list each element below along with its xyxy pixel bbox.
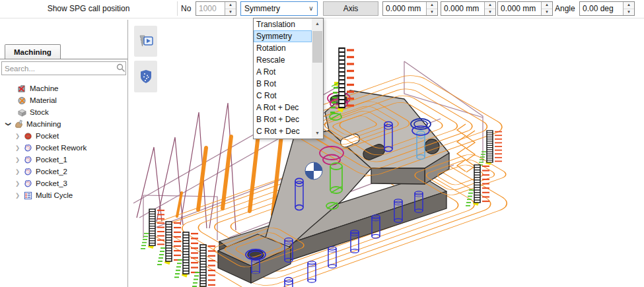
tree-item-label: Pocket Rework (36, 144, 87, 152)
chevron-down-icon: ∨ (305, 2, 317, 15)
spin-down-button[interactable]: ▼ (542, 9, 552, 16)
top-toolbar: Show SPG call position No 1000 ▲▼ Symmet… (0, 0, 644, 18)
toolbar-separator (177, 1, 178, 16)
dropdown-item-rotation[interactable]: Rotation (254, 42, 312, 54)
scrollbar-thumb[interactable] (312, 31, 322, 63)
angle-value[interactable]: 0.00 deg (580, 2, 623, 15)
transform-type-dropdown-list: Translation Symmetry Rotation Rescale A … (253, 18, 324, 139)
tree-item-pocket[interactable]: ❯ Pocket (0, 130, 125, 142)
pocket-outline-icon (23, 143, 33, 153)
axis-button[interactable]: Axis (323, 1, 378, 16)
spin-down-button[interactable]: ▼ (485, 9, 495, 16)
origin-marker (305, 162, 322, 179)
machining-sidebar: Machining Machine Material (0, 20, 128, 287)
search-input[interactable] (1, 61, 126, 75)
dropdown-item-b-rot-dec[interactable]: B Rot + Dec (254, 113, 312, 125)
tree-item-label: Machining (26, 120, 61, 128)
shield-verification-icon (138, 69, 154, 84)
pocket-icon (23, 131, 33, 141)
offset-z-spinner: 0.000 mm ▲▼ (497, 1, 553, 16)
dropdown-item-translation[interactable]: Translation (254, 18, 312, 30)
dropdown-item-c-rot[interactable]: C Rot (254, 90, 312, 102)
tree-item-material[interactable]: Material (0, 94, 125, 106)
viewport-canvas[interactable] (130, 20, 644, 287)
angle-label: Angle (555, 0, 578, 17)
tab-machining[interactable]: Machining (5, 44, 61, 59)
pocket-outline-icon (23, 167, 33, 177)
tree-item-pocket-rework[interactable]: ❯ Pocket Rework (0, 142, 125, 154)
offset-x-value[interactable]: 0.000 mm (383, 2, 426, 15)
no-label: No (181, 0, 194, 17)
expander-collapsed-icon[interactable]: ❯ (15, 168, 20, 175)
tree-item-label: Pocket_3 (36, 179, 67, 187)
tree-item-machine[interactable]: Machine (0, 82, 125, 94)
spin-down-button[interactable]: ▼ (225, 9, 236, 16)
pocket-outline-icon (23, 155, 33, 165)
tree-item-label: Machine (30, 84, 58, 92)
tree-item-label: Pocket (36, 132, 59, 140)
expander-collapsed-icon[interactable]: ❯ (15, 144, 20, 151)
dropdown-item-a-rot-dec[interactable]: A Rot + Dec (254, 102, 312, 113)
show-spg-call-position-button[interactable]: Show SPG call position (0, 0, 177, 17)
dropdown-scrollbar[interactable]: ▲ ▼ (312, 18, 323, 139)
offset-x-spinner: 0.000 mm ▲▼ (382, 1, 438, 16)
expander-collapsed-icon[interactable]: ❯ (15, 156, 20, 163)
viewport-3d[interactable] (130, 20, 644, 287)
tab-strip-line (0, 59, 127, 59)
spin-up-button[interactable]: ▲ (225, 2, 236, 9)
spin-up-button[interactable]: ▲ (624, 2, 634, 9)
tree-item-stock[interactable]: Stock (0, 106, 125, 118)
dropdown-item-c-rot-dec[interactable]: C Rot + Dec (254, 125, 312, 137)
operations-tree: Machine Material Stock ❯ Machini (0, 82, 125, 201)
expander-collapsed-icon[interactable]: ❯ (15, 192, 20, 199)
multi-cycle-icon (23, 191, 33, 201)
spg-number-spinner: 1000 ▲▼ (196, 1, 236, 16)
tree-item-label: Multi Cycle (36, 191, 73, 199)
spin-down-button[interactable]: ▼ (427, 9, 437, 16)
tree-item-label: Stock (30, 108, 49, 116)
offset-y-value[interactable]: 0.000 mm (441, 2, 484, 15)
spin-up-button[interactable]: ▲ (427, 2, 437, 9)
angle-spinner: 0.00 deg ▲▼ (579, 1, 635, 16)
expander-expanded-icon[interactable]: ❯ (5, 121, 12, 127)
stock-icon (17, 108, 27, 117)
spin-up-button[interactable]: ▲ (542, 2, 552, 9)
material-icon (17, 96, 27, 106)
spin-down-button[interactable]: ▼ (624, 9, 634, 16)
verification-button[interactable] (134, 61, 157, 92)
offset-z-value[interactable]: 0.000 mm (498, 2, 541, 15)
expander-collapsed-icon[interactable]: ❯ (15, 133, 20, 139)
app-window: { "toolbar": { "show_spg_label": "Show S… (0, 0, 644, 287)
dropdown-item-rescale[interactable]: Rescale (254, 54, 312, 66)
simulation-button[interactable] (134, 26, 157, 57)
tree-item-machining[interactable]: ❯ Machining (0, 118, 125, 130)
pocket-outline-icon (23, 179, 33, 189)
machine-icon (17, 84, 27, 94)
expander-collapsed-icon[interactable]: ❯ (15, 180, 20, 187)
spg-number-value: 1000 (196, 2, 225, 15)
transform-type-combobox[interactable]: Symmetry ∨ (240, 1, 318, 16)
chevron-up-icon[interactable]: ▲ (312, 18, 323, 29)
tree-item-label: Material (30, 96, 57, 104)
chevron-down-icon[interactable]: ▼ (312, 128, 323, 139)
tree-item-pocket-1[interactable]: ❯ Pocket_1 (0, 154, 125, 166)
dropdown-item-a-rot[interactable]: A Rot (254, 66, 312, 78)
tree-item-pocket-3[interactable]: ❯ Pocket_3 (0, 177, 125, 189)
offset-y-spinner: 0.000 mm ▲▼ (441, 1, 496, 16)
tree-item-pocket-2[interactable]: ❯ Pocket_2 (0, 166, 125, 177)
spin-up-button[interactable]: ▲ (485, 2, 495, 9)
machining-icon (14, 119, 24, 129)
magnifier-icon (116, 63, 125, 73)
transform-type-value: Symmetry (241, 2, 305, 15)
tree-item-label: Pocket_2 (36, 168, 67, 175)
dropdown-item-b-rot[interactable]: B Rot (254, 78, 312, 90)
tree-item-multi-cycle[interactable]: ❯ Multi Cycle (0, 189, 125, 201)
tool-simulation-icon (137, 34, 155, 49)
dropdown-item-symmetry[interactable]: Symmetry (254, 30, 312, 42)
tree-item-label: Pocket_1 (36, 156, 67, 164)
panel-divider[interactable] (127, 20, 128, 287)
